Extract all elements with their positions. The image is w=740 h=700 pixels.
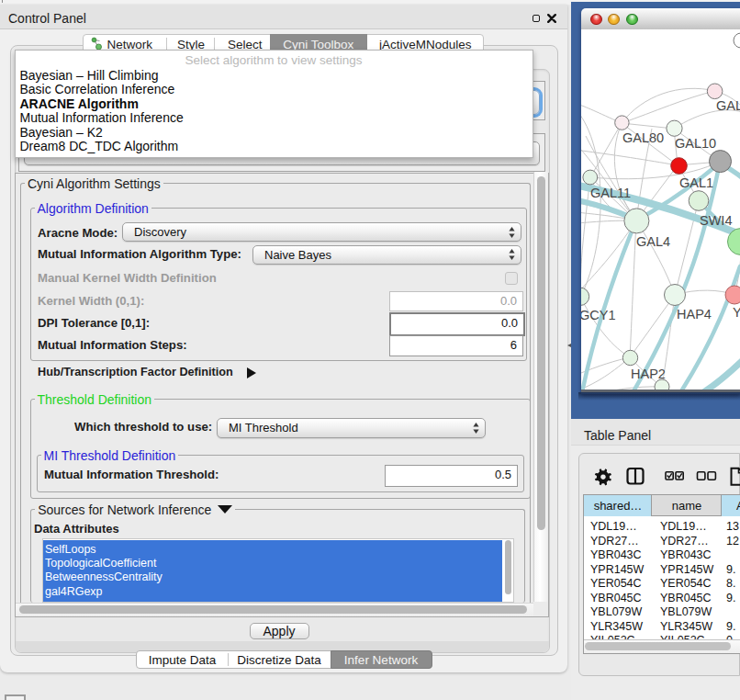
svg-text:HAP2: HAP2 bbox=[631, 367, 666, 381]
svg-text:GAL11: GAL11 bbox=[590, 186, 631, 200]
svg-text:GCY1: GCY1 bbox=[581, 308, 616, 322]
svg-text:HAP4: HAP4 bbox=[677, 307, 712, 322]
svg-text:SWI4: SWI4 bbox=[700, 213, 732, 228]
svg-text:GAL7: GAL7 bbox=[716, 98, 740, 113]
svg-text:GAL1: GAL1 bbox=[679, 175, 713, 190]
svg-text:GAL4: GAL4 bbox=[636, 234, 670, 249]
svg-text:GAL10: GAL10 bbox=[675, 136, 716, 151]
svg-text:Y: Y bbox=[733, 305, 740, 320]
svg-text:GAL80: GAL80 bbox=[622, 130, 664, 145]
